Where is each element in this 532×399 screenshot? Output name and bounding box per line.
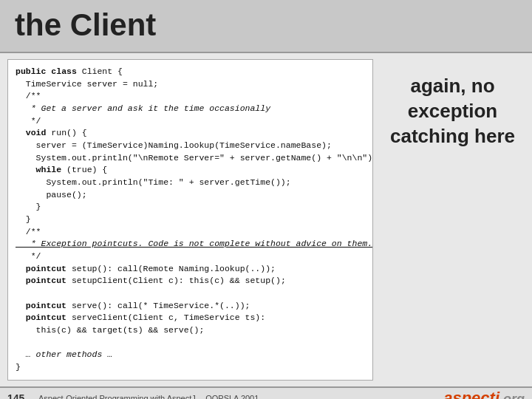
code-line: } [16, 361, 365, 374]
code-line: … other methods … [16, 349, 365, 361]
code-line: * Exception pointcuts. Code is not compl… [16, 238, 365, 250]
aside-box: again, no exception catching here [381, 59, 525, 381]
code-line: TimeService server = null; [16, 78, 365, 91]
slide-footer: 145 Aspect-Oriented Programming with Asp… [0, 386, 532, 399]
code-line: while (true) { [16, 164, 365, 177]
code-line: /** [16, 226, 365, 239]
code-line: void run() { [16, 127, 365, 140]
code-line: */ [16, 115, 365, 128]
code-line: */ [16, 250, 365, 263]
code-line: System.out.println("Time: " + server.get… [16, 177, 365, 189]
code-line: public class Client { [16, 66, 365, 78]
code-line [16, 287, 365, 300]
code-line: pointcut serve(): call(* TimeService.*(.… [16, 300, 365, 313]
footer-caption: Aspect-Oriented Programming with AspectJ… [38, 394, 443, 399]
code-line: } [16, 214, 365, 226]
code-line: System.out.println("\nRemote Server=" + … [16, 152, 365, 165]
code-line: * Get a server and ask it the time occas… [16, 103, 365, 115]
code-line: pointcut serveClient(Client c, TimeServi… [16, 312, 365, 324]
logo-name: aspectj [443, 389, 499, 399]
code-line: } [16, 201, 365, 214]
code-line [16, 337, 365, 349]
code-line: server = (TimeService)Naming.lookup(Time… [16, 140, 365, 152]
code-line: this(c) && target(ts) && serve(); [16, 324, 365, 337]
aside-text: again, no exception catching here [381, 74, 525, 149]
code-line: pause(); [16, 189, 365, 202]
code-line: pointcut setup(): call(Remote Naming.loo… [16, 263, 365, 276]
logo-suffix: .org [499, 392, 525, 399]
code-line: pointcut setupClient(Client c): this(c) … [16, 275, 365, 287]
code-line: /** [16, 90, 365, 103]
slide-body: public class Client { TimeService server… [0, 53, 532, 386]
slide-number: 145 [7, 392, 30, 399]
slide: the Client public class Client { TimeSer… [0, 0, 532, 399]
slide-title: the Client [15, 7, 517, 43]
aspectj-logo: aspectj.org [443, 389, 525, 399]
code-panel: public class Client { TimeService server… [7, 59, 373, 381]
slide-header: the Client [0, 0, 532, 53]
